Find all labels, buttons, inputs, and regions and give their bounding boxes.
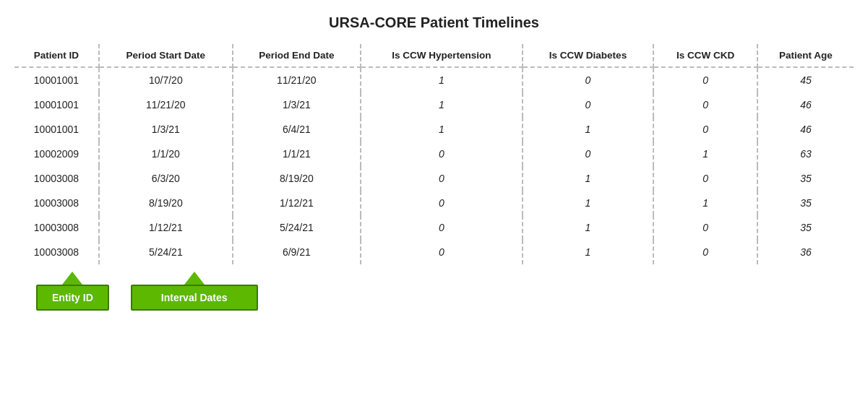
table-row: 100020091/1/201/1/2100163 (14, 142, 854, 166)
cell-r7-c2: 6/9/21 (233, 240, 361, 264)
cell-r7-c1: 5/24/21 (99, 240, 233, 264)
table-row: 100030088/19/201/12/2101135 (14, 191, 854, 215)
cell-r5-c1: 8/19/20 (99, 191, 233, 215)
table-body: 1000100110/7/2011/21/20100451000100111/2… (14, 67, 854, 264)
table-row: 100030086/3/208/19/2001035 (14, 166, 854, 191)
cell-r5-c5: 1 (653, 191, 757, 215)
cell-r7-c3: 0 (361, 240, 523, 264)
cell-r6-c2: 5/24/21 (233, 215, 361, 240)
cell-r0-c3: 1 (361, 67, 523, 92)
table-row: 1000100111/21/201/3/2110046 (14, 92, 854, 117)
cell-r7-c0: 10003008 (14, 240, 99, 264)
cell-r1-c6: 46 (757, 92, 854, 117)
cell-r0-c6: 45 (757, 67, 854, 92)
interval-dates-arrow (184, 272, 205, 285)
page-title: URSA-CORE Patient Timelines (329, 14, 539, 31)
cell-r5-c3: 0 (361, 191, 523, 215)
cell-r2-c1: 1/3/21 (99, 117, 233, 142)
cell-r4-c5: 0 (653, 166, 757, 191)
cell-r7-c6: 36 (757, 240, 854, 264)
cell-r4-c1: 6/3/20 (99, 166, 233, 191)
table-row: 100030085/24/216/9/2101036 (14, 240, 854, 264)
col-header-0: Patient ID (14, 44, 99, 67)
table-row: 1000100110/7/2011/21/2010045 (14, 67, 854, 92)
cell-r6-c5: 0 (653, 215, 757, 240)
entity-id-button[interactable]: Entity ID (36, 285, 109, 311)
cell-r0-c0: 10001001 (14, 67, 99, 92)
cell-r2-c6: 46 (757, 117, 854, 142)
col-header-5: Is CCW CKD (653, 44, 757, 67)
col-header-3: Is CCW Hypertension (361, 44, 523, 67)
cell-r1-c1: 11/21/20 (99, 92, 233, 117)
table-row: 100030081/12/215/24/2101035 (14, 215, 854, 240)
cell-r2-c4: 1 (523, 117, 654, 142)
cell-r1-c4: 0 (523, 92, 654, 117)
col-header-1: Period Start Date (99, 44, 233, 67)
cell-r7-c5: 0 (653, 240, 757, 264)
table-row: 100010011/3/216/4/2111046 (14, 117, 854, 142)
cell-r5-c0: 10003008 (14, 191, 99, 215)
col-header-2: Period End Date (233, 44, 361, 67)
cell-r3-c3: 0 (361, 142, 523, 166)
cell-r0-c5: 0 (653, 67, 757, 92)
cell-r2-c5: 0 (653, 117, 757, 142)
cell-r5-c6: 35 (757, 191, 854, 215)
cell-r2-c2: 6/4/21 (233, 117, 361, 142)
cell-r4-c2: 8/19/20 (233, 166, 361, 191)
cell-r1-c3: 1 (361, 92, 523, 117)
table-header-row: Patient IDPeriod Start DatePeriod End Da… (14, 44, 854, 67)
col-header-6: Patient Age (757, 44, 854, 67)
cell-r3-c4: 0 (523, 142, 654, 166)
cell-r6-c0: 10003008 (14, 215, 99, 240)
cell-r0-c2: 11/21/20 (233, 67, 361, 92)
cell-r7-c4: 1 (523, 240, 654, 264)
cell-r6-c6: 35 (757, 215, 854, 240)
cell-r0-c4: 0 (523, 67, 654, 92)
cell-r5-c4: 1 (523, 191, 654, 215)
cell-r4-c0: 10003008 (14, 166, 99, 191)
cell-r5-c2: 1/12/21 (233, 191, 361, 215)
cell-r4-c6: 35 (757, 166, 854, 191)
cell-r3-c6: 63 (757, 142, 854, 166)
interval-dates-button[interactable]: Interval Dates (131, 285, 258, 311)
cell-r6-c3: 0 (361, 215, 523, 240)
entity-id-label-group: Entity ID (36, 272, 109, 311)
col-header-4: Is CCW Diabetes (523, 44, 654, 67)
data-table-wrapper: Patient IDPeriod Start DatePeriod End Da… (14, 44, 854, 264)
entity-id-arrow (62, 272, 82, 285)
cell-r2-c0: 10001001 (14, 117, 99, 142)
cell-r2-c3: 1 (361, 117, 523, 142)
cell-r3-c0: 10002009 (14, 142, 99, 166)
cell-r6-c4: 1 (523, 215, 654, 240)
cell-r3-c5: 1 (653, 142, 757, 166)
cell-r0-c1: 10/7/20 (99, 67, 233, 92)
interval-dates-label-group: Interval Dates (131, 272, 258, 311)
cell-r1-c5: 0 (653, 92, 757, 117)
cell-r3-c1: 1/1/20 (99, 142, 233, 166)
cell-r4-c3: 0 (361, 166, 523, 191)
cell-r1-c0: 10001001 (14, 92, 99, 117)
bottom-labels-section: Entity ID Interval Dates (14, 272, 854, 311)
cell-r4-c4: 1 (523, 166, 654, 191)
patient-timelines-table: Patient IDPeriod Start DatePeriod End Da… (14, 44, 854, 264)
cell-r3-c2: 1/1/21 (233, 142, 361, 166)
cell-r1-c2: 1/3/21 (233, 92, 361, 117)
cell-r6-c1: 1/12/21 (99, 215, 233, 240)
